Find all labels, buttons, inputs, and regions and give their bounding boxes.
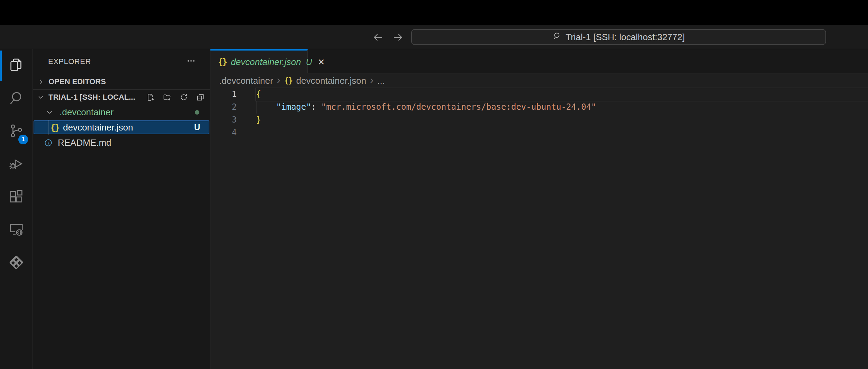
json-file-icon: {}: [50, 120, 59, 135]
activity-item-remote-explorer[interactable]: [0, 214, 33, 246]
breadcrumb-file[interactable]: devcontainer.json: [296, 75, 366, 86]
line-number: 3: [210, 114, 237, 126]
extensions-icon: [8, 189, 24, 206]
refresh-button[interactable]: [180, 93, 188, 101]
code-text: "image": "mcr.microsoft.com/devcontainer…: [256, 101, 596, 114]
search-icon: [552, 32, 561, 43]
debug-icon: [8, 156, 24, 173]
code-editor[interactable]: 1 { 2 "image": "mcr.microsoft.com/devcon…: [210, 88, 868, 369]
git-changes-dot: [195, 110, 199, 115]
tab-bar: {} devcontainer.json U ✕: [210, 49, 868, 73]
ellipsis-icon: [186, 56, 196, 67]
explorer-sidebar: EXPLORER OPEN EDITORS TRIAL-1 [SSH: LOCA…: [33, 49, 210, 369]
tab-devcontainer-json[interactable]: {} devcontainer.json U ✕: [210, 49, 308, 73]
chevron-right-icon: ›: [370, 74, 373, 86]
activity-item-diamond-extension[interactable]: [0, 246, 33, 279]
file-name: README.md: [58, 135, 111, 150]
tab-label: devcontainer.json: [231, 57, 301, 68]
activity-item-search[interactable]: [0, 82, 33, 115]
code-line-4: 4: [210, 126, 868, 139]
git-untracked-badge: U: [194, 120, 200, 135]
tree-item-devcontainer-json[interactable]: {} devcontainer.json U: [33, 120, 210, 135]
code-line-2: 2 "image": "mcr.microsoft.com/devcontain…: [210, 101, 868, 114]
folder-name: .devcontainer: [60, 105, 114, 120]
files-icon: [8, 57, 24, 74]
search-icon: [8, 90, 24, 107]
breadcrumb-symbol[interactable]: ...: [377, 75, 385, 86]
title-bar: Trial-1 [SSH: localhost:32772]: [0, 25, 868, 49]
line-number: 4: [210, 126, 237, 139]
line-number: 2: [210, 101, 237, 114]
chevron-down-icon: [46, 108, 53, 116]
info-circle-icon: [44, 139, 52, 147]
command-center-title: Trial-1 [SSH: localhost:32772]: [566, 32, 685, 43]
file-name: devcontainer.json: [63, 120, 133, 135]
macos-menu-strip: [0, 0, 868, 25]
open-editors-label: OPEN EDITORS: [48, 77, 106, 86]
command-center-search[interactable]: Trial-1 [SSH: localhost:32772]: [411, 29, 826, 45]
code-line-1: 1 {: [210, 88, 868, 101]
open-editors-section[interactable]: OPEN EDITORS: [33, 74, 210, 89]
activity-item-explorer[interactable]: [0, 49, 33, 82]
tree-indent-guide: [48, 120, 48, 135]
workspace-label: TRIAL-1 [SSH: LOCAL...: [48, 93, 135, 102]
breadcrumb-folder[interactable]: .devcontainer: [219, 75, 273, 86]
breadcrumb: .devcontainer › {} devcontainer.json › .…: [210, 73, 868, 88]
json-file-icon: {}: [284, 76, 292, 85]
explorer-more-actions-button[interactable]: [185, 57, 197, 66]
tab-untracked-badge: U: [306, 57, 312, 67]
activity-item-run-debug[interactable]: [0, 148, 33, 181]
new-folder-button[interactable]: [163, 93, 171, 101]
workbench: 1: [0, 49, 868, 369]
forward-arrow-icon[interactable]: [392, 31, 404, 44]
workspace-actions: [146, 93, 205, 101]
collapse-all-button[interactable]: [196, 93, 205, 101]
code-line-3: 3 }: [210, 114, 868, 126]
line-number: 1: [210, 88, 237, 101]
activity-bar: 1: [0, 49, 33, 369]
activity-item-source-control[interactable]: 1: [0, 115, 33, 148]
checkered-diamond-icon: [8, 254, 24, 272]
chevron-right-icon: [37, 78, 45, 86]
chevron-right-icon: ›: [277, 74, 280, 86]
activity-item-extensions[interactable]: [0, 181, 33, 214]
workspace-section-header[interactable]: TRIAL-1 [SSH: LOCAL...: [33, 89, 210, 105]
code-text: {: [256, 88, 261, 101]
code-text: }: [256, 114, 261, 126]
editor-group: {} devcontainer.json U ✕ .devcontainer ›…: [210, 49, 868, 369]
explorer-pane-title: EXPLORER: [33, 49, 210, 74]
scm-changes-badge: 1: [18, 135, 28, 144]
explorer-title: EXPLORER: [48, 57, 91, 66]
json-file-icon: {}: [218, 57, 227, 67]
new-file-button[interactable]: [146, 93, 155, 101]
close-tab-icon[interactable]: ✕: [318, 57, 325, 67]
tree-item-devcontainer-folder[interactable]: .devcontainer: [33, 105, 210, 120]
remote-explorer-icon: [8, 222, 24, 239]
back-arrow-icon[interactable]: [372, 31, 384, 44]
tree-item-readme[interactable]: README.md: [33, 135, 210, 150]
chevron-down-icon: [37, 93, 45, 101]
